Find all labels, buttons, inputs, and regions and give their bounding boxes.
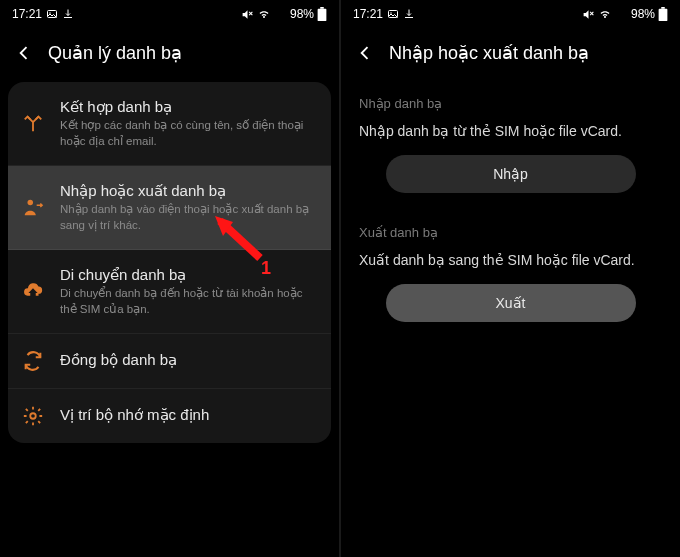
export-description: Xuất danh bạ sang thẻ SIM hoặc file vCar… bbox=[359, 252, 662, 268]
image-icon bbox=[387, 8, 399, 20]
item-title: Vị trí bộ nhớ mặc định bbox=[60, 406, 317, 424]
list-item-merge-contacts[interactable]: Kết hợp danh bạ Kết hợp các danh bạ có c… bbox=[8, 82, 331, 166]
section-label-export: Xuất danh bạ bbox=[359, 225, 662, 240]
item-subtitle: Nhập danh bạ vào điện thoại hoặc xuất da… bbox=[60, 202, 317, 233]
svg-point-10 bbox=[28, 199, 34, 205]
list-item-default-storage[interactable]: Vị trí bộ nhớ mặc định bbox=[8, 389, 331, 443]
download-icon bbox=[62, 8, 74, 20]
svg-point-11 bbox=[30, 413, 36, 419]
merge-icon bbox=[22, 113, 44, 135]
svg-rect-22 bbox=[659, 9, 668, 21]
export-button[interactable]: Xuất bbox=[386, 284, 636, 322]
user-transfer-icon bbox=[22, 197, 44, 219]
status-bar: 17:21 98% bbox=[341, 0, 680, 28]
page-title: Nhập hoặc xuất danh bạ bbox=[389, 42, 589, 64]
battery-icon bbox=[317, 7, 327, 21]
annotation-label-1: 1 bbox=[261, 258, 271, 279]
settings-list: Kết hợp danh bạ Kết hợp các danh bạ có c… bbox=[8, 82, 331, 443]
gear-icon bbox=[22, 405, 44, 427]
cloud-upload-icon bbox=[22, 281, 44, 303]
mute-icon bbox=[582, 8, 595, 21]
battery-icon bbox=[658, 7, 668, 21]
page-title: Quản lý danh bạ bbox=[48, 42, 182, 64]
svg-rect-18 bbox=[618, 14, 620, 19]
svg-rect-9 bbox=[318, 9, 327, 21]
item-title: Di chuyển danh bạ bbox=[60, 266, 317, 284]
screen-import-export: 17:21 98% Nhậ bbox=[341, 0, 680, 557]
signal-icon bbox=[615, 8, 628, 20]
battery-text: 98% bbox=[290, 7, 314, 21]
svg-rect-6 bbox=[280, 11, 282, 19]
signal-icon bbox=[274, 8, 287, 20]
item-title: Nhập hoặc xuất danh bạ bbox=[60, 182, 317, 200]
image-icon bbox=[46, 8, 58, 20]
svg-rect-5 bbox=[277, 14, 279, 19]
svg-rect-21 bbox=[661, 7, 665, 9]
screen-manage-contacts: 17:21 98% Quả bbox=[0, 0, 339, 557]
item-title: Kết hợp danh bạ bbox=[60, 98, 317, 116]
wifi-icon bbox=[598, 8, 612, 20]
screen-header: Quản lý danh bạ bbox=[0, 28, 339, 82]
status-time: 17:21 bbox=[353, 7, 383, 21]
wifi-icon bbox=[257, 8, 271, 20]
svg-rect-20 bbox=[625, 9, 627, 19]
import-section: Nhập danh bạ Nhập danh bạ từ thẻ SIM hoặ… bbox=[341, 82, 680, 211]
svg-rect-7 bbox=[284, 9, 286, 19]
back-button[interactable] bbox=[14, 43, 34, 63]
svg-rect-17 bbox=[615, 17, 617, 20]
download-icon bbox=[403, 8, 415, 20]
status-bar: 17:21 98% bbox=[0, 0, 339, 28]
item-subtitle: Kết hợp các danh bạ có cùng tên, số điện… bbox=[60, 118, 317, 149]
status-time: 17:21 bbox=[12, 7, 42, 21]
import-button[interactable]: Nhập bbox=[386, 155, 636, 193]
import-description: Nhập danh bạ từ thẻ SIM hoặc file vCard. bbox=[359, 123, 662, 139]
battery-text: 98% bbox=[631, 7, 655, 21]
back-button[interactable] bbox=[355, 43, 375, 63]
item-subtitle: Di chuyển danh bạ đến hoặc từ tài khoản … bbox=[60, 286, 317, 317]
list-item-sync-contacts[interactable]: Đồng bộ danh bạ bbox=[8, 334, 331, 389]
screen-header: Nhập hoặc xuất danh bạ bbox=[341, 28, 680, 82]
sync-icon bbox=[22, 350, 44, 372]
list-item-move-contacts[interactable]: Di chuyển danh bạ Di chuyển danh bạ đến … bbox=[8, 250, 331, 334]
item-title: Đồng bộ danh bạ bbox=[60, 351, 317, 369]
svg-rect-8 bbox=[320, 7, 324, 9]
export-section: Xuất danh bạ Xuất danh bạ sang thẻ SIM h… bbox=[341, 211, 680, 340]
mute-icon bbox=[241, 8, 254, 21]
list-item-import-export[interactable]: Nhập hoặc xuất danh bạ Nhập danh bạ vào … bbox=[8, 166, 331, 250]
svg-rect-19 bbox=[621, 11, 623, 19]
svg-rect-4 bbox=[274, 17, 276, 20]
section-label-import: Nhập danh bạ bbox=[359, 96, 662, 111]
